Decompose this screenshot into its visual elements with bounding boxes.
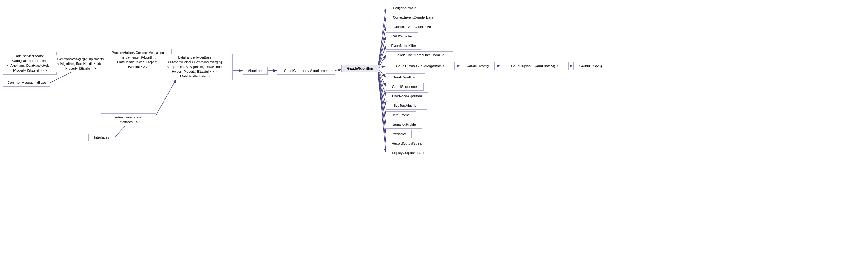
svg-line-20 [378, 8, 386, 67]
node-gaudi-histo-alg: GaudiHistoAlg [461, 62, 495, 70]
node-extend-interfaces: extend_interfaces< Interfaces... > [101, 114, 156, 126]
node-gaudi-algorithm: GaudiAlgorithm [341, 65, 379, 72]
node-gaudi-histos: GaudiHistos< GaudiAlgorithm > [386, 62, 455, 70]
node-record-output-stream: RecordOutputStream [386, 139, 430, 148]
svg-line-10 [378, 66, 386, 68]
node-gaudi-parallelizer: GaudiParallelizer [386, 73, 425, 81]
node-common-messaging: CommonMessaging< implements < IAlgorithm… [49, 55, 112, 72]
svg-line-9 [334, 69, 342, 71]
node-prescaler: Prescaler [386, 130, 412, 138]
svg-line-23 [378, 36, 386, 68]
node-hive-test-algorithm: HiveTestAlgorithm [386, 102, 427, 109]
node-data-handle-holder-base: DataHandleHolderBase < PropertyHolder< C… [157, 54, 232, 80]
arrows-svg [0, 0, 868, 258]
svg-line-15 [378, 72, 386, 115]
node-gaudi-common: GaudiCommon< Algorithm > [277, 67, 335, 75]
svg-line-13 [378, 71, 386, 96]
node-gaudi-fetch-data-from-file: Gaudi::Hive::FetchDataFromFile [386, 51, 453, 59]
svg-line-22 [378, 27, 386, 67]
node-cpu-cruncher: CPUCruncher [386, 32, 418, 40]
node-callgrind-profile: CallgrindProfile [386, 4, 423, 12]
node-intel-profile: IntelProfile [386, 111, 416, 119]
node-common-messaging-base: CommonMessagingBase [3, 79, 51, 87]
node-algorithm: Algorithm [243, 67, 268, 75]
svg-line-16 [378, 72, 386, 124]
svg-line-17 [378, 73, 386, 134]
node-event-node-killer: EventNodeKiller [386, 42, 421, 50]
svg-line-11 [378, 69, 386, 77]
svg-line-25 [378, 55, 386, 68]
diagram-container: add_serviceLocator < add_name< implement… [0, 0, 868, 258]
svg-line-5 [154, 79, 177, 118]
node-replay-output-stream: ReplayOutputStream [386, 149, 430, 157]
node-jemalloc-profile: JemallocProfile [386, 121, 422, 129]
node-gaudi-sequencer: GaudiSequencer [386, 83, 424, 91]
node-interfaces: Interfaces [88, 134, 115, 141]
node-gaudi-tuples: GaudiTuples< GaudiHistoAlg > [501, 62, 569, 70]
svg-line-18 [378, 74, 386, 143]
node-hive-read-algorithm: HiveReadAlgorithm [386, 92, 428, 100]
svg-line-21 [378, 17, 386, 67]
node-context-event-counter-ptr: ContextEventCounterPtr [386, 23, 439, 31]
node-gaudi-tuple-alg: GaudiTupleAlg [574, 62, 608, 70]
svg-line-14 [378, 71, 386, 105]
svg-line-12 [378, 70, 386, 87]
node-context-event-counter-data: ContextEventCounterData [386, 13, 440, 22]
svg-line-19 [378, 74, 386, 153]
svg-line-24 [378, 46, 386, 68]
